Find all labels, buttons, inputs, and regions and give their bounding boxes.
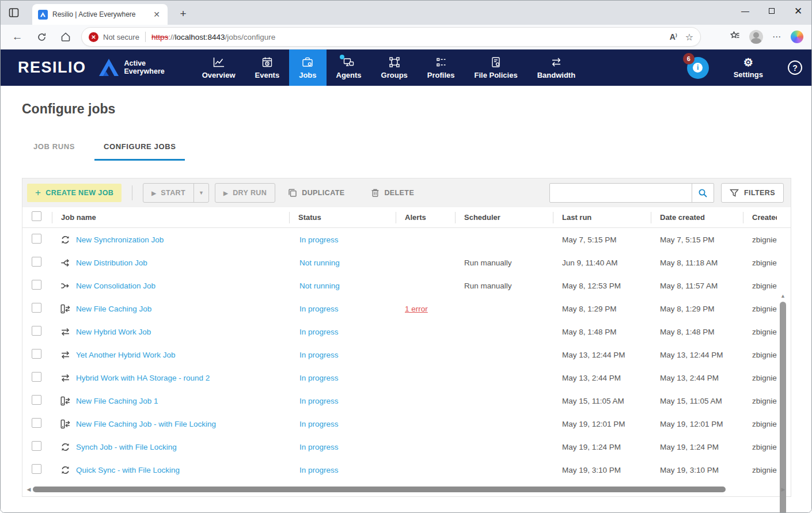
vertical-scrollbar-thumb[interactable] [780,302,786,513]
nav-item-overview[interactable]: Overview [192,50,245,86]
start-dropdown-button[interactable]: ▼ [193,184,208,202]
scroll-up-icon[interactable]: ▲ [779,292,787,299]
job-status-link[interactable]: In progress [299,420,339,428]
refresh-icon[interactable] [33,28,50,45]
home-icon[interactable] [57,28,74,45]
nav-item-file-policies[interactable]: File Policies [465,50,528,86]
job-name-link[interactable]: New File Caching Job - with File Locking [76,420,216,428]
column-header-date-created[interactable]: Date created [651,212,743,223]
nav-item-agents[interactable]: Agents [327,50,371,86]
row-checkbox[interactable] [32,326,41,336]
app-header: RESILIO ActiveEverywhere Overview Events… [1,50,811,86]
row-checkbox[interactable] [32,280,41,290]
dry-run-button[interactable]: ▶ DRY RUN [215,183,275,203]
job-name-link[interactable]: Quick Sync - with File Locking [76,466,180,474]
row-checkbox[interactable] [32,395,41,405]
collections-icon[interactable] [728,30,740,44]
horizontal-scrollbar[interactable]: ◀ ▶ [22,485,791,494]
job-name-link[interactable]: Yet Another Hybrid Work Job [76,351,176,359]
nav-item-bandwidth[interactable]: Bandwidth [528,50,585,86]
job-status-link[interactable]: Not running [299,282,340,290]
tab-job-runs[interactable]: JOB RUNS [24,137,84,161]
read-aloud-icon[interactable]: A) [670,32,677,41]
nav-item-events[interactable]: Events [245,50,290,86]
table-row: New File Caching JobIn progress1 errorMa… [22,297,791,320]
row-checkbox[interactable] [32,257,41,267]
tab-configure-jobs[interactable]: CONFIGURE JOBS [94,137,185,161]
browser-menu-icon[interactable]: ⋯ [772,32,781,42]
search-input[interactable] [550,184,692,202]
url-text[interactable]: https://localhost:8443/jobs/configure [151,33,670,41]
row-checkbox[interactable] [32,441,41,451]
job-name-link[interactable]: Hybrid Work with HA Storage - round 2 [76,374,210,382]
horizontal-scrollbar-thumb[interactable] [33,487,726,492]
column-header-status[interactable]: Status [289,212,396,223]
job-name-link[interactable]: New File Caching Job 1 [76,397,158,405]
window-minimize-button[interactable]: — [732,1,758,21]
column-header-created-by[interactable]: Created by [743,212,777,223]
job-status-link[interactable]: In progress [299,374,339,382]
copilot-icon[interactable] [791,31,803,43]
notifications-button[interactable]: 6 i [687,57,709,79]
row-checkbox[interactable] [32,234,41,244]
column-header-alerts[interactable]: Alerts [396,212,455,223]
job-status-link[interactable]: In progress [299,305,339,313]
search-button[interactable] [692,184,714,202]
delete-button[interactable]: DELETE [363,183,422,203]
not-secure-icon[interactable]: ✕ [89,32,98,42]
nav-item-profiles[interactable]: Profiles [418,50,465,86]
row-checkbox[interactable] [32,303,41,313]
distribution-job-icon [60,258,70,268]
job-name-link[interactable]: New Synchronization Job [76,235,164,244]
browser-tab[interactable]: Resilio | Active Everywhere ✕ [32,4,168,25]
help-button[interactable]: ? [788,60,802,75]
create-new-job-button[interactable]: + CREATE NEW JOB [27,184,122,202]
column-header-last-run[interactable]: Last run [553,212,651,223]
new-tab-button[interactable]: + [176,7,190,21]
duplicate-button[interactable]: DUPLICATE [280,183,352,203]
nav-item-jobs[interactable]: Jobs [289,50,326,86]
job-alerts-link[interactable]: 1 error [405,305,428,313]
back-icon[interactable]: ← [9,28,26,45]
job-created-by: zbigniev [743,420,777,428]
address-url-field[interactable]: ✕ Not secure https://localhost:8443/jobs… [81,27,701,47]
job-status-link[interactable]: Not running [299,259,340,267]
window-maximize-button[interactable] [758,1,785,21]
row-checkbox[interactable] [32,372,41,382]
profile-avatar[interactable] [749,30,763,44]
job-status-link[interactable]: In progress [299,328,339,336]
window-close-button[interactable]: ✕ [785,1,811,21]
job-status-link[interactable]: In progress [299,397,339,405]
job-status-link[interactable]: In progress [299,351,339,359]
row-checkbox[interactable] [32,349,41,359]
jobs-table-container: + CREATE NEW JOB ▶ START ▼ ▶ DRY RUN [22,178,791,497]
job-name-link[interactable]: New File Caching Job [76,305,151,313]
job-name-link[interactable]: New Distribution Job [76,259,147,267]
row-checkbox[interactable] [32,464,41,474]
scroll-left-icon[interactable]: ◀ [25,485,33,493]
job-status-link[interactable]: In progress [299,466,339,474]
job-name-link[interactable]: Synch Job - with File Locking [76,443,177,451]
tab-layout-icon[interactable] [7,6,20,19]
vertical-scrollbar[interactable]: ▲ ▼ [779,292,787,513]
column-header-scheduler[interactable]: Scheduler [455,212,553,223]
column-header-job-name[interactable]: Job name [52,212,289,223]
job-name-link[interactable]: New Hybrid Work Job [76,328,151,336]
favorite-star-icon[interactable]: ☆ [685,32,693,43]
job-date-created: May 15, 11:05 AM [651,397,743,405]
filters-button[interactable]: FILTERS [721,183,784,203]
start-button[interactable]: ▶ START [143,184,193,202]
scroll-right-icon[interactable]: ▶ [779,485,787,493]
nav-item-groups[interactable]: Groups [371,50,418,86]
job-status-link[interactable]: In progress [299,235,339,244]
job-name-link[interactable]: New Consolidation Job [76,282,155,290]
job-status-link[interactable]: In progress [299,443,339,451]
select-all-checkbox[interactable] [32,211,41,221]
table-row: New File Caching Job 1In progressMay 15,… [22,389,791,412]
groups-icon [389,56,400,68]
sync-job-icon [60,442,70,452]
not-secure-label[interactable]: Not secure [103,33,139,41]
tab-close-icon[interactable]: ✕ [151,9,162,20]
row-checkbox[interactable] [32,418,41,428]
nav-item-settings[interactable]: ⚙ Settings [724,57,773,79]
